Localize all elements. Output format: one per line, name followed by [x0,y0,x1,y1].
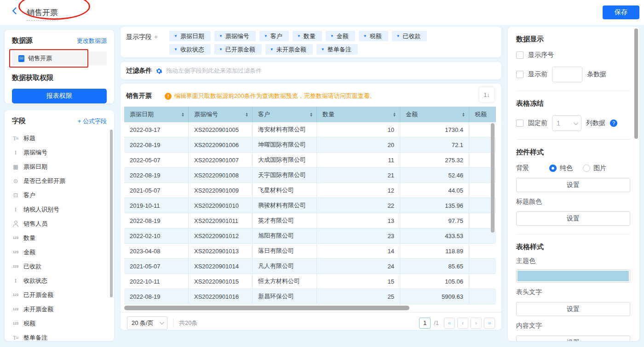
field-item[interactable]: I票据编号 [12,145,107,159]
image-option[interactable]: 图片 [583,164,606,172]
gear-icon[interactable] [155,68,162,74]
header-text-set-button[interactable]: 设置 [516,302,630,316]
show-index-checkbox[interactable] [516,51,523,59]
sort-arrows-icon[interactable]: ▲▼ [245,112,248,117]
radio-unselected-icon[interactable] [583,165,590,172]
field-item[interactable]: ▦票据日期 [12,159,107,174]
theme-color-label: 主题色 [516,257,630,265]
display-field-chip[interactable]: ▼未开票金额 [265,44,313,55]
page-size-select[interactable]: 20 条/页 [127,316,167,330]
table-row[interactable]: 2022-02-10XS20220901012旭阳有限公司23433.53 [124,228,496,244]
table-row[interactable]: 2022-03-17XS20220901005海安材料有限公司101730.4 [124,122,496,137]
table-cell: 落日有限公司 [253,244,317,259]
field-item[interactable]: 123数量 [12,231,107,245]
display-field-chip[interactable]: ▼客户 [259,31,289,41]
table-row[interactable]: 2022-08-19XS20220901011英才有限公司1397.75 [124,213,496,228]
radio-selected-icon[interactable] [549,165,557,172]
display-field-chip-label: 已收款 [402,32,420,40]
datasource-item[interactable]: 销售开票 [12,51,107,65]
freeze-columns-checkbox[interactable] [516,119,523,127]
chevron-down-icon [574,120,578,125]
background-set-button[interactable]: 设置 [516,178,630,192]
settings-scrollbar[interactable] [634,28,638,339]
header-text-label: 表头文字 [516,288,630,296]
first-page-button[interactable]: « [444,318,455,329]
sort-arrows-icon[interactable]: ▲▼ [462,112,465,117]
display-field-chip[interactable]: ▼已收款 [392,31,427,41]
field-item[interactable]: ⊡客户 [12,188,107,202]
field-item[interactable]: 123金额 [12,245,107,259]
last-page-button[interactable]: » [484,318,495,329]
column-header[interactable]: 数量▲▼ [317,107,400,122]
field-item[interactable]: I收款状态 [12,273,107,288]
next-page-button[interactable]: › [471,318,482,329]
table-row[interactable]: 2019-10-11XS20220901010腾骏材料有限公司22135.96 [124,198,496,213]
table-row[interactable]: 2021-05-07XS20220901009飞星材料公司1244.05 [124,183,496,198]
vertical-scrollbar[interactable] [491,123,494,233]
table-cell [469,289,495,304]
table-row[interactable]: 2022-08-19XS20220901006坤曜国际有限公司2072.1 [124,137,496,153]
prev-page-button[interactable]: ‹ [457,318,468,329]
table-body: 2022-03-17XS20220901005海安材料有限公司101730.42… [124,122,496,304]
column-header[interactable]: 票据编号▲▼ [189,107,253,122]
column-header[interactable]: 金额▲▼ [400,107,469,122]
field-item[interactable]: 123已开票金额 [12,288,107,302]
display-field-chip[interactable]: ▼收款状态 [169,44,211,55]
field-item[interactable]: 123未开票金额 [12,302,107,316]
field-item[interactable]: 123已收款 [12,259,107,273]
show-first-checkbox[interactable] [516,71,523,78]
theme-color-picker[interactable] [516,269,630,283]
settings-scrollbar-thumb[interactable] [634,28,638,139]
row-count-input[interactable] [552,67,582,82]
display-field-chip[interactable]: ▼数量 [293,31,322,41]
field-item[interactable]: 销售人员 [12,216,107,231]
field-item[interactable]: T≡标题 [12,131,107,145]
sort-arrows-icon[interactable]: ▲▼ [181,112,184,117]
content-text-set-button[interactable]: 设置 [516,336,630,341]
sort-order-icon[interactable]: 1↓ [479,87,494,102]
table-titlebar: 销售开票 ! 编辑界面只取数据源前200条作为查询数据预览，完整数据请访问页面查… [124,88,498,104]
current-page-input[interactable]: 1 [419,318,431,329]
display-field-chip[interactable]: ▼整单备注 [316,44,358,55]
horizontal-scrollbar[interactable] [124,306,496,310]
sort-arrows-icon[interactable]: ▲▼ [393,112,396,117]
table-cell: 11 [317,153,400,168]
display-field-chip[interactable]: ▼票据编号 [214,31,256,41]
display-field-chip[interactable]: ▼票据日期 [169,31,211,41]
show-first-label: 显示前 [528,70,547,79]
add-formula-field-link[interactable]: + 公式字段 [78,117,107,125]
field-item[interactable]: 123税额 [12,316,107,330]
save-button[interactable]: 保存 [603,6,639,19]
table-row[interactable]: 2023-04-08XS20220901013落日有限公司14118.89 [124,244,496,259]
fields-scrollbar[interactable] [110,130,113,297]
control-style-title: 控件样式 [516,148,630,157]
field-item[interactable]: T≡整单备注 [12,330,107,341]
table-row[interactable]: 2022-10-11XS20220901015恒太方材料公司15105.06 [124,274,496,289]
title-color-set-button[interactable]: 设置 [516,211,630,226]
help-icon[interactable]: ? [610,119,617,127]
table-row[interactable]: 2022-08-19XS20220901016新昌环保公司255909.63 [124,289,496,304]
table-row[interactable]: 2022-05-07XS20220901007大成国际有限公司11275.32 [124,153,496,168]
freeze-count-select[interactable]: 1 [552,115,581,131]
report-permission-button[interactable]: 报表权限 [12,89,107,103]
horizontal-scrollbar-thumb[interactable] [124,306,409,310]
display-field-chip[interactable]: ▼税额 [359,31,388,41]
back-icon[interactable] [12,8,18,14]
column-header[interactable]: 客户▲▼ [253,107,317,122]
column-header[interactable]: 票据日期▲▼ [124,107,189,122]
title-icon: T≡ [12,335,19,341]
sort-arrows-icon[interactable]: ▲▼ [310,112,313,117]
table-cell: 2022-03-17 [124,122,189,137]
display-field-chip[interactable]: ▼金额 [326,31,355,41]
display-field-chip[interactable]: ▼已开票金额 [214,44,262,55]
filter-panel[interactable]: 过滤条件 拖动左侧字段到此处来添加过滤条件 [121,62,501,80]
field-item[interactable]: ⊙是否已全部开票 [12,174,107,188]
solid-color-option[interactable]: 纯色 [549,164,573,172]
column-header[interactable]: 税额 [469,107,495,122]
table-row[interactable]: 2022-08-19XS20220901008天宇国际有限公司2152.46 [124,168,496,183]
field-item[interactable]: I纳税人识别号 [12,202,107,216]
table-row[interactable]: 2021-05-07XS20220901014凡人有限公司2485.65 [124,259,496,274]
table-cell: 坤曜国际有限公司 [253,137,317,153]
add-display-field-button[interactable]: + [154,33,158,40]
change-datasource-link[interactable]: 更改数据源 [77,37,107,45]
